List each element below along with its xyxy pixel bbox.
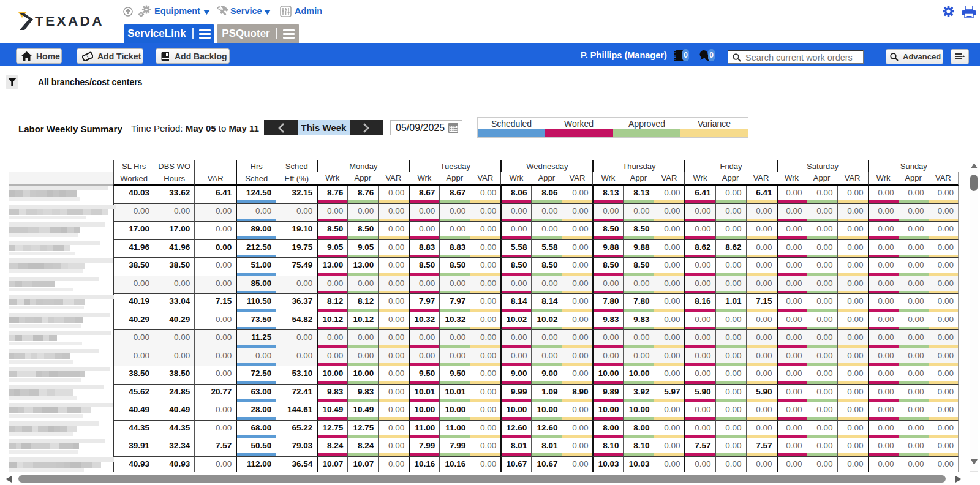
svg-text:TEXADA: TEXADA	[35, 13, 104, 29]
